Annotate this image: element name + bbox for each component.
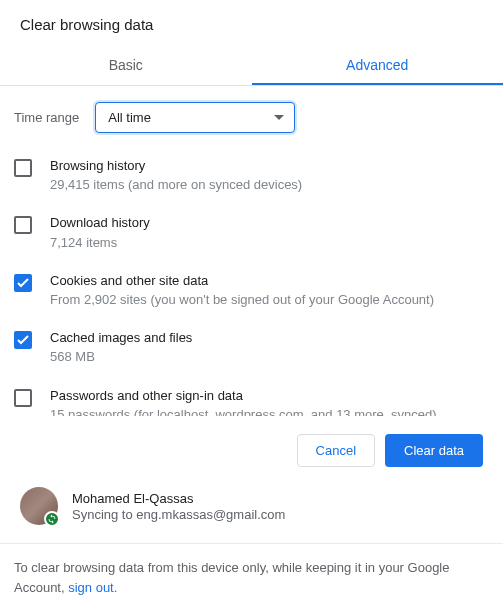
item-detail: 15 passwords (for localhost, wordpress.c… (50, 406, 437, 416)
item-text: Cached images and files568 MB (50, 329, 192, 366)
item-text: Cookies and other site dataFrom 2,902 si… (50, 272, 434, 309)
item-detail: 568 MB (50, 348, 192, 366)
footer-note: To clear browsing data from this device … (0, 543, 503, 597)
checkbox[interactable] (14, 389, 32, 407)
item-text: Passwords and other sign-in data15 passw… (50, 387, 437, 417)
avatar (20, 487, 58, 525)
item-detail: From 2,902 sites (you won't be signed ou… (50, 291, 434, 309)
time-range-value: All time (108, 110, 151, 125)
account-name: Mohamed El-Qassas (72, 491, 285, 506)
item-label: Cached images and files (50, 329, 192, 347)
item-label: Passwords and other sign-in data (50, 387, 437, 405)
item-label: Cookies and other site data (50, 272, 434, 290)
checkbox[interactable] (14, 274, 32, 292)
tab-advanced[interactable]: Advanced (252, 45, 504, 85)
account-row: Mohamed El-Qassas Syncing to eng.mkassas… (0, 481, 503, 543)
sign-out-link[interactable]: sign out (68, 580, 114, 595)
footer-after: . (114, 580, 118, 595)
list-item: Download history7,124 items (14, 204, 497, 261)
time-range-select[interactable]: All time (95, 102, 295, 133)
item-label: Download history (50, 214, 150, 232)
dialog-actions: Cancel Clear data (0, 416, 503, 481)
checkbox[interactable] (14, 159, 32, 177)
options-list: Browsing history29,415 items (and more o… (0, 147, 503, 416)
item-label: Browsing history (50, 157, 302, 175)
list-item: Browsing history29,415 items (and more o… (14, 147, 497, 204)
list-item: Cookies and other site dataFrom 2,902 si… (14, 262, 497, 319)
dialog-title: Clear browsing data (0, 0, 503, 45)
time-range-row: Time range All time (0, 86, 503, 147)
item-detail: 7,124 items (50, 234, 150, 252)
clear-data-button[interactable]: Clear data (385, 434, 483, 467)
list-item: Cached images and files568 MB (14, 319, 497, 376)
sync-icon (44, 511, 60, 527)
tab-basic[interactable]: Basic (0, 45, 252, 85)
chevron-down-icon (274, 115, 284, 121)
account-text: Mohamed El-Qassas Syncing to eng.mkassas… (72, 491, 285, 522)
checkbox[interactable] (14, 331, 32, 349)
cancel-button[interactable]: Cancel (297, 434, 375, 467)
checkbox[interactable] (14, 216, 32, 234)
item-detail: 29,415 items (and more on synced devices… (50, 176, 302, 194)
options-scroll[interactable]: Time range All time Browsing history29,4… (0, 86, 503, 416)
item-text: Browsing history29,415 items (and more o… (50, 157, 302, 194)
account-sync-status: Syncing to eng.mkassas@gmail.com (72, 507, 285, 522)
list-item: Passwords and other sign-in data15 passw… (14, 377, 497, 417)
item-text: Download history7,124 items (50, 214, 150, 251)
tabs: Basic Advanced (0, 45, 503, 86)
time-range-label: Time range (14, 110, 79, 125)
